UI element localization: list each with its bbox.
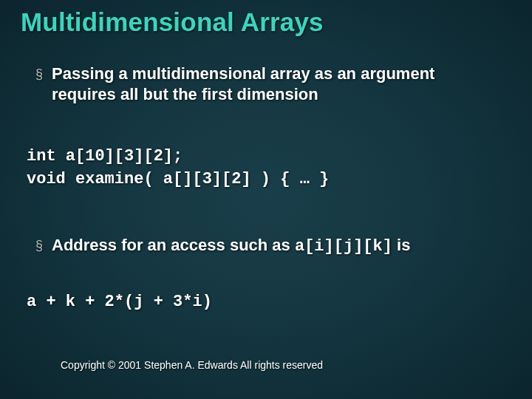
bullet-icon: § [35, 235, 52, 256]
bullet2-suffix: is [392, 236, 410, 254]
bullet-text: Address for an access such as a[i][j][k]… [52, 235, 502, 257]
copyright-footer: Copyright © 2001 Stephen A. Edwards All … [61, 359, 323, 371]
bullet2-prefix: Address for an access such as [52, 236, 295, 254]
slide: Multidimensional Arrays § Passing a mult… [0, 0, 532, 399]
bullet-icon: § [35, 64, 52, 84]
list-item: § Address for an access such as a[i][j][… [35, 235, 502, 257]
bullet-text: Passing a multidimensional array as an a… [52, 64, 502, 105]
list-item: § Passing a multidimensional array as an… [35, 64, 502, 105]
code-block-1: int a[10][3][2]; void examine( a[][3][2]… [27, 145, 329, 191]
bullet-list-2: § Address for an access such as a[i][j][… [35, 235, 502, 262]
inline-code: a[i][j][k] [295, 237, 392, 256]
bullet-list-1: § Passing a multidimensional array as an… [35, 64, 502, 109]
slide-title: Multidimensional Arrays [21, 7, 324, 37]
code-block-2: a + k + 2*(j + 3*i) [27, 293, 212, 311]
